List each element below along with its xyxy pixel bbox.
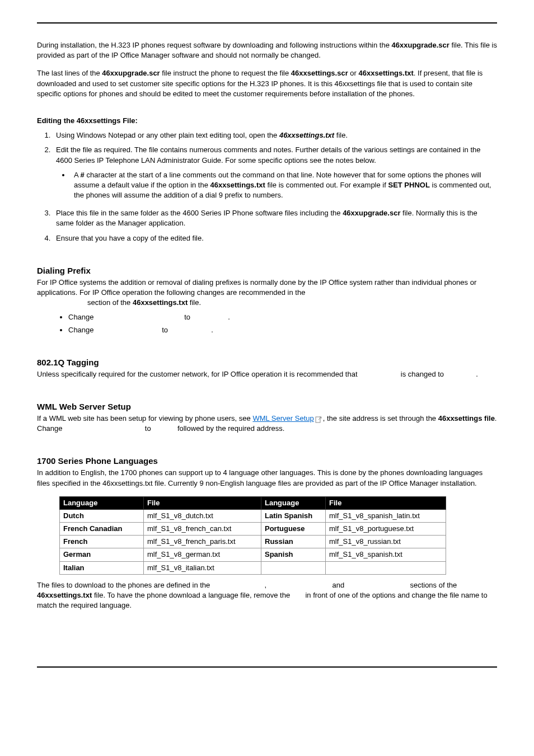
text: file. To have the phone download a langu…	[92, 591, 290, 599]
text: Using Windows Notepad or any other plain…	[56, 131, 279, 139]
filename: 46xxupgrade.scr	[102, 69, 160, 77]
cell-language: Russian	[261, 536, 326, 548]
cell-file: mlf_S1_v8_portuguese.txt	[326, 523, 446, 536]
cell-language: Spanish	[261, 548, 326, 561]
cell-file: mlf_S1_v8_french_can.txt	[144, 523, 261, 536]
dialing-bullet-2: Change to .	[68, 325, 497, 335]
hash: #	[81, 171, 85, 179]
text: ,	[265, 581, 267, 589]
text: A	[74, 171, 81, 179]
cell-file: mlf_S1_v8_italian.txt	[144, 561, 261, 574]
text	[110, 312, 182, 322]
cell-file: mlf_S1_v8_spanish_latin.txt	[326, 509, 446, 522]
text: Unless specifically required for the cus…	[37, 370, 358, 378]
dialing-bullets: Change to . Change to .	[37, 312, 497, 335]
cell-language: German	[60, 548, 144, 561]
table-row: Frenchmlf_S1_v8_french_paris.txtRussianm…	[60, 536, 446, 548]
languages-section: 1700 Series Phone Languages In addition …	[37, 455, 497, 611]
text: is changed to	[401, 370, 444, 378]
cell-file: mlf_S1_v8_german.txt	[144, 548, 261, 561]
tagging-section: 802.1Q Tagging Unless specifically requi…	[37, 356, 497, 379]
text: .	[228, 313, 230, 321]
text	[170, 325, 209, 335]
section-heading: 1700 Series Phone Languages	[37, 455, 497, 467]
text: section of the 46xxsettings.txt file.	[87, 298, 201, 307]
filename: 46xxsettings.txt	[37, 591, 92, 599]
text: file is commented out. For example if	[265, 181, 388, 189]
filename: 46xxsettings.txt	[133, 298, 188, 307]
steps-list: Using Windows Notepad or any other plain…	[37, 130, 497, 243]
svg-rect-0	[316, 417, 320, 422]
text: Change	[68, 312, 107, 322]
step-3: Place this file in the same folder as th…	[53, 208, 497, 228]
filename: 46xxupgrade.scr	[343, 209, 400, 217]
text: followed by the required address.	[177, 424, 285, 433]
filename: 46xxsettings.txt	[279, 131, 334, 139]
table-row: Germanmlf_S1_v8_german.txtSpanishmlf_S1_…	[60, 548, 446, 561]
text: to	[184, 313, 190, 321]
external-link-icon	[315, 416, 323, 422]
table-row: Italianmlf_S1_v8_italian.txt	[60, 561, 446, 574]
wml-section: WML Web Server Setup If a WML web site h…	[37, 401, 497, 434]
language-table: Language File Language File Dutchmlf_S1_…	[59, 496, 446, 575]
cell-language: French Canadian	[60, 523, 144, 536]
text: and	[332, 581, 344, 589]
cell-file: mlf_S1_v8_french_paris.txt	[144, 536, 261, 548]
lang-after: The files to download to the phones are …	[37, 580, 497, 611]
col-file: File	[144, 496, 261, 509]
cell-language: Italian	[60, 561, 144, 574]
text: to	[145, 424, 151, 433]
cell-language	[261, 561, 326, 574]
lang-intro: In addition to English, the 1700 phones …	[37, 468, 497, 488]
text: .	[211, 326, 213, 334]
table-header-row: Language File Language File	[60, 496, 446, 509]
cell-file: mlf_S1_v8_spanish.txt	[326, 548, 446, 561]
filename: 46xxsettings.txt	[210, 181, 265, 189]
text: For IP Office systems the addition or re…	[37, 278, 476, 297]
text: Ensure that you have a copy of the edite…	[56, 234, 204, 242]
filename: 46xxupgrade.scr	[392, 41, 449, 49]
text: During installation, the H.323 IP phones…	[37, 41, 392, 49]
step-2: Edit the file as required. The file cont…	[53, 145, 497, 200]
cell-file	[326, 561, 446, 574]
text: sections of the	[410, 581, 457, 589]
step-2-sublist: A # character at the start of a line com…	[56, 170, 497, 201]
text: to	[162, 326, 168, 334]
dialing-bullet-1: Change to .	[68, 312, 497, 322]
text: file.	[334, 131, 348, 139]
bottom-rule	[37, 666, 497, 668]
filename: 46xxsettings file	[438, 414, 495, 422]
text: The files to download to the phones are …	[37, 581, 210, 589]
section-heading: Dialing Prefix	[37, 265, 497, 276]
col-language: Language	[60, 496, 144, 509]
text: .	[476, 370, 478, 378]
filename: 46xxsettings.txt	[359, 69, 414, 77]
cell-language: French	[60, 536, 144, 548]
text: file instruct the phone to request the f…	[160, 69, 291, 77]
table-row: French Canadianmlf_S1_v8_french_can.txtP…	[60, 523, 446, 536]
section-heading: WML Web Server Setup	[37, 401, 497, 412]
text: Change	[68, 325, 107, 335]
wml-server-setup-link[interactable]: WML Server Setup	[252, 414, 313, 422]
text	[193, 312, 226, 322]
step-2-bullet: A # character at the start of a line com…	[71, 170, 497, 201]
cell-language: Latin Spanish	[261, 509, 326, 522]
cell-language: Portuguese	[261, 523, 326, 536]
step-4: Ensure that you have a copy of the edite…	[53, 233, 497, 243]
text: Edit the file as required. The file cont…	[56, 145, 481, 164]
editing-heading: Editing the 46xxsettings File:	[37, 116, 497, 126]
section-heading: 802.1Q Tagging	[37, 356, 497, 368]
top-rule	[37, 22, 497, 24]
text: If a WML web site has been setup for vie…	[37, 414, 252, 422]
dialing-prefix-section: Dialing Prefix For IP Office systems the…	[37, 265, 497, 335]
cell-language: Dutch	[60, 509, 144, 522]
setting: SET PHNOL	[388, 181, 429, 189]
text: or	[348, 69, 359, 77]
intro-para-1: During installation, the H.323 IP phones…	[37, 40, 497, 60]
col-file: File	[326, 496, 446, 509]
cell-file: mlf_S1_v8_dutch.txt	[144, 509, 261, 522]
text: The last lines of the	[37, 69, 102, 77]
filename: 46xxsettings.scr	[291, 69, 348, 77]
text: , the site address is set through the	[323, 414, 438, 422]
table-row: Dutchmlf_S1_v8_dutch.txtLatin Spanishmlf…	[60, 509, 446, 522]
